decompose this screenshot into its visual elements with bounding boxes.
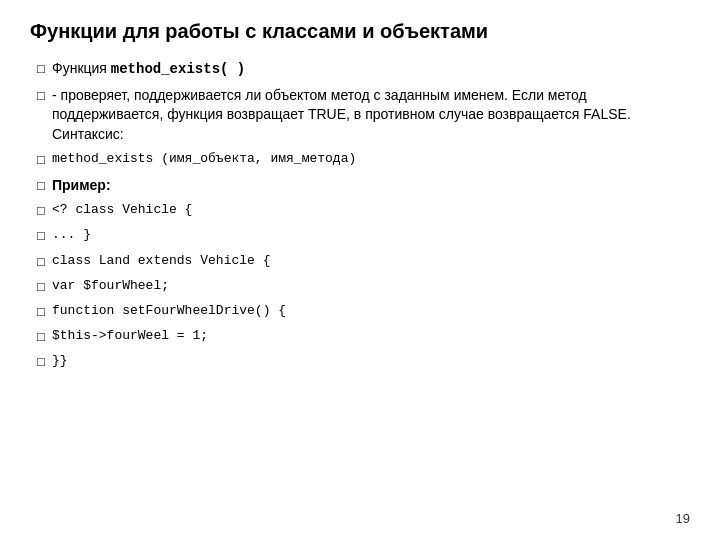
slide-page: Функции для работы с классами и объектам… — [0, 0, 720, 540]
page-number: 19 — [676, 511, 690, 526]
list-item: □ method_exists (имя_объекта, имя_метода… — [30, 150, 690, 169]
bullet-4: □ — [30, 177, 52, 195]
bullet-7: □ — [30, 253, 52, 271]
bullet-6: □ — [30, 227, 52, 245]
slide-title: Функции для работы с классами и объектам… — [30, 20, 690, 43]
item-3-text: method_exists (имя_объекта, имя_метода) — [52, 150, 690, 168]
list-item: □ $this->fourWeel = 1; — [30, 327, 690, 346]
item-1-text: Функция method_exists( ) — [52, 59, 690, 80]
item-8-text: var $fourWheel; — [52, 277, 690, 295]
item-4-text: Пример: — [52, 176, 690, 196]
bullet-10: □ — [30, 328, 52, 346]
list-item: □ Функция method_exists( ) — [30, 59, 690, 80]
list-item: □ }} — [30, 352, 690, 371]
item-10-text: $this->fourWeel = 1; — [52, 327, 690, 345]
item-6-text: ... } — [52, 226, 690, 244]
list-item: □ Пример: — [30, 176, 690, 196]
item-11-text: }} — [52, 352, 690, 370]
bullet-1: □ — [30, 60, 52, 78]
bullet-2: □ — [30, 87, 52, 105]
list-item: □ - проверяет, поддерживается ли объекто… — [30, 86, 690, 145]
bullet-3: □ — [30, 151, 52, 169]
content-list: □ Функция method_exists( ) □ - проверяет… — [30, 59, 690, 371]
bullet-11: □ — [30, 353, 52, 371]
list-item: □ <? class Vehicle { — [30, 201, 690, 220]
item-9-text: function setFourWheelDrive() { — [52, 302, 690, 320]
bullet-9: □ — [30, 303, 52, 321]
list-item: □ ... } — [30, 226, 690, 245]
bullet-8: □ — [30, 278, 52, 296]
list-item: □ class Land extends Vehicle { — [30, 252, 690, 271]
item-7-text: class Land extends Vehicle { — [52, 252, 690, 270]
list-item: □ function setFourWheelDrive() { — [30, 302, 690, 321]
item-5-text: <? class Vehicle { — [52, 201, 690, 219]
item-2-text: - проверяет, поддерживается ли объектом … — [52, 86, 690, 145]
bullet-5: □ — [30, 202, 52, 220]
list-item: □ var $fourWheel; — [30, 277, 690, 296]
